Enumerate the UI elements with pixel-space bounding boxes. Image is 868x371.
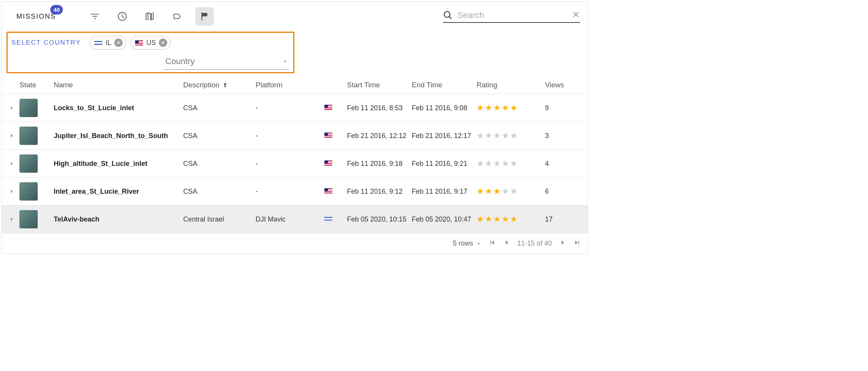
mission-thumbnail bbox=[19, 210, 38, 228]
table-row[interactable]: Locks_to_St_Lucie_inletCSA-Feb 11 2016, … bbox=[2, 94, 588, 122]
table-row[interactable]: High_altitude_St_Lucie_inletCSA-Feb 11 2… bbox=[2, 150, 588, 178]
us-flag-icon bbox=[324, 104, 332, 110]
flag-filter-button[interactable] bbox=[195, 7, 214, 26]
tag-filter-button[interactable] bbox=[168, 7, 186, 26]
col-state[interactable]: State bbox=[19, 81, 54, 89]
star-icon: ★ bbox=[476, 103, 484, 113]
col-end-time[interactable]: End Time bbox=[412, 81, 476, 89]
us-flag-icon bbox=[135, 40, 143, 46]
table-row[interactable]: Jupiter_Isl_Beach_North_to_SouthCSA-Feb … bbox=[2, 122, 588, 150]
star-icon: ★ bbox=[510, 131, 518, 141]
mission-name: TelAviv-beach bbox=[54, 215, 183, 223]
mission-platform: - bbox=[256, 132, 324, 140]
mission-thumbnail bbox=[19, 127, 38, 145]
chip-remove-button[interactable]: ✕ bbox=[114, 39, 123, 47]
col-name[interactable]: Name bbox=[54, 81, 183, 89]
mission-platform: - bbox=[256, 104, 324, 112]
search-icon bbox=[443, 10, 453, 20]
sort-asc-icon bbox=[222, 82, 229, 88]
search-input[interactable] bbox=[457, 10, 568, 21]
col-rating[interactable]: Rating bbox=[476, 81, 545, 89]
star-icon: ★ bbox=[493, 103, 501, 113]
star-icon: ★ bbox=[485, 186, 492, 196]
page-title: MISSIONS 40 bbox=[16, 13, 56, 21]
table-row[interactable]: TelAviv-beachCentral IsraelDJI MavicFeb … bbox=[2, 206, 588, 233]
next-page-button[interactable] bbox=[559, 239, 566, 248]
country-chip[interactable]: US✕ bbox=[131, 36, 171, 50]
expand-row-button[interactable] bbox=[4, 132, 19, 139]
chevron-down-icon bbox=[283, 59, 288, 64]
col-start-time[interactable]: Start Time bbox=[347, 81, 412, 89]
chip-label: US bbox=[146, 39, 156, 47]
mission-description: CSA bbox=[183, 188, 256, 196]
expand-row-button[interactable] bbox=[4, 216, 19, 223]
star-icon: ★ bbox=[493, 214, 501, 224]
views-count: 6 bbox=[545, 188, 579, 196]
search-clear-button[interactable] bbox=[572, 10, 580, 21]
views-count: 9 bbox=[545, 104, 579, 112]
rows-per-page-select[interactable]: 5 rows bbox=[453, 239, 481, 247]
first-page-button[interactable] bbox=[488, 239, 496, 248]
mission-platform: DJI Mavic bbox=[256, 215, 324, 223]
filter-list-button[interactable] bbox=[86, 7, 104, 26]
star-icon: ★ bbox=[485, 131, 492, 141]
star-icon: ★ bbox=[502, 186, 509, 196]
rating-stars[interactable]: ★★★★★ bbox=[476, 214, 545, 224]
start-time: Feb 21 2016, 12:12 bbox=[347, 132, 412, 140]
star-icon: ★ bbox=[493, 131, 501, 141]
missions-panel: MISSIONS 40 SELECT COUNTRY bbox=[2, 2, 588, 254]
star-icon: ★ bbox=[476, 186, 484, 196]
star-icon: ★ bbox=[502, 214, 509, 224]
start-time: Feb 11 2016, 9:18 bbox=[347, 160, 412, 168]
rating-stars[interactable]: ★★★★★ bbox=[476, 131, 545, 141]
badge-count: 40 bbox=[50, 5, 63, 14]
mission-description: CSA bbox=[183, 160, 256, 168]
rating-stars[interactable]: ★★★★★ bbox=[476, 103, 545, 113]
map-icon bbox=[144, 11, 155, 22]
col-description[interactable]: Description bbox=[183, 81, 256, 89]
time-filter-button[interactable] bbox=[113, 7, 131, 26]
search-field[interactable] bbox=[443, 10, 580, 23]
topbar: MISSIONS 40 bbox=[2, 2, 588, 29]
chip-label: IL bbox=[106, 39, 111, 47]
start-time: Feb 11 2016, 8:53 bbox=[347, 104, 412, 112]
il-flag-icon bbox=[94, 40, 102, 46]
end-time: Feb 11 2016, 9:21 bbox=[412, 160, 476, 168]
clock-icon bbox=[117, 11, 128, 22]
chevron-right-icon bbox=[8, 160, 15, 167]
pagination: 5 rows 11-15 of 40 bbox=[2, 233, 588, 254]
star-icon: ★ bbox=[485, 214, 492, 224]
rating-stars[interactable]: ★★★★★ bbox=[476, 159, 545, 169]
chevron-right-icon bbox=[8, 188, 15, 195]
star-icon: ★ bbox=[510, 103, 518, 113]
mission-platform: - bbox=[256, 160, 324, 168]
rating-stars[interactable]: ★★★★★ bbox=[476, 186, 545, 196]
star-icon: ★ bbox=[485, 103, 492, 113]
star-icon: ★ bbox=[493, 159, 501, 169]
expand-row-button[interactable] bbox=[4, 104, 19, 111]
prev-page-button[interactable] bbox=[503, 239, 510, 248]
mission-platform: - bbox=[256, 188, 324, 196]
missions-table: State Name Description Platform Start Ti… bbox=[2, 76, 588, 233]
mission-description: Central Israel bbox=[183, 215, 256, 223]
country-select[interactable]: Country bbox=[164, 53, 289, 70]
end-time: Feb 11 2016, 9:08 bbox=[412, 104, 476, 112]
chip-remove-button[interactable]: ✕ bbox=[159, 39, 167, 47]
table-row[interactable]: Inlet_area_St_Lucie_RiverCSA-Feb 11 2016… bbox=[2, 178, 588, 206]
star-icon: ★ bbox=[510, 159, 518, 169]
start-time: Feb 05 2020, 10:15 bbox=[347, 215, 412, 223]
expand-row-button[interactable] bbox=[4, 188, 19, 195]
expand-row-button[interactable] bbox=[4, 160, 19, 167]
mission-name: High_altitude_St_Lucie_inlet bbox=[54, 160, 183, 168]
tag-icon bbox=[172, 11, 182, 22]
map-filter-button[interactable] bbox=[141, 7, 159, 26]
filter-label: SELECT COUNTRY bbox=[11, 39, 81, 47]
last-page-button[interactable] bbox=[573, 239, 581, 248]
col-views[interactable]: Views bbox=[545, 81, 579, 89]
end-time: Feb 05 2020, 10:47 bbox=[412, 215, 476, 223]
country-chip[interactable]: IL✕ bbox=[90, 36, 126, 50]
star-icon: ★ bbox=[476, 131, 484, 141]
col-platform[interactable]: Platform bbox=[256, 81, 324, 89]
mission-description: CSA bbox=[183, 104, 256, 112]
star-icon: ★ bbox=[485, 159, 492, 169]
